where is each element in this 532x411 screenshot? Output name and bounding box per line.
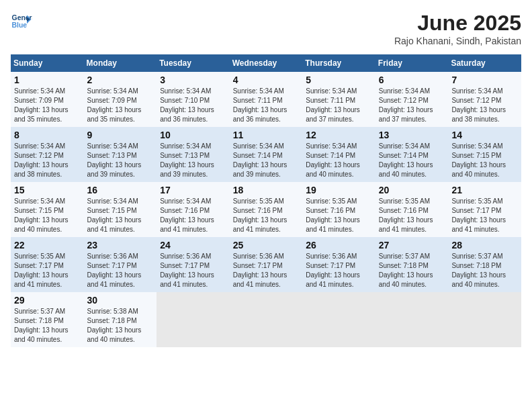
day-number: 6 — [379, 75, 445, 85]
day-info: Sunrise: 5:34 AMSunset: 7:16 PMDaylight:… — [160, 197, 226, 234]
table-row: 18Sunrise: 5:35 AMSunset: 7:16 PMDayligh… — [230, 182, 303, 237]
table-row: 30Sunrise: 5:38 AMSunset: 7:18 PMDayligh… — [84, 292, 157, 347]
logo: General Blue — [11, 11, 32, 32]
calendar-week-row: 29Sunrise: 5:37 AMSunset: 7:18 PMDayligh… — [11, 292, 521, 347]
day-number: 21 — [451, 185, 518, 195]
day-number: 11 — [233, 130, 300, 140]
day-number: 25 — [233, 240, 300, 250]
table-row — [157, 292, 230, 347]
day-number: 4 — [233, 75, 300, 85]
col-monday: Monday — [84, 54, 157, 72]
day-info: Sunrise: 5:35 AMSunset: 7:17 PMDaylight:… — [451, 197, 518, 234]
day-number: 17 — [160, 185, 226, 195]
table-row: 13Sunrise: 5:34 AMSunset: 7:14 PMDayligh… — [375, 127, 449, 182]
day-number: 30 — [87, 295, 154, 306]
day-number: 24 — [160, 240, 226, 250]
table-row: 5Sunrise: 5:34 AMSunset: 7:11 PMDaylight… — [302, 72, 375, 127]
day-info: Sunrise: 5:36 AMSunset: 7:17 PMDaylight:… — [233, 252, 300, 289]
day-info: Sunrise: 5:34 AMSunset: 7:11 PMDaylight:… — [233, 87, 300, 124]
table-row: 21Sunrise: 5:35 AMSunset: 7:17 PMDayligh… — [448, 182, 521, 237]
day-number: 12 — [306, 130, 372, 140]
logo-icon: General Blue — [11, 11, 32, 32]
day-number: 10 — [160, 130, 226, 140]
col-sunday: Sunday — [11, 54, 84, 72]
day-info: Sunrise: 5:34 AMSunset: 7:14 PMDaylight:… — [379, 142, 445, 179]
table-row: 4Sunrise: 5:34 AMSunset: 7:11 PMDaylight… — [230, 72, 303, 127]
location: Rajo Khanani, Sindh, Pakistan — [394, 36, 521, 46]
table-row: 14Sunrise: 5:34 AMSunset: 7:15 PMDayligh… — [448, 127, 521, 182]
day-number: 28 — [451, 240, 518, 250]
svg-text:Blue: Blue — [12, 21, 28, 29]
table-row: 15Sunrise: 5:34 AMSunset: 7:15 PMDayligh… — [11, 182, 84, 237]
table-row: 8Sunrise: 5:34 AMSunset: 7:12 PMDaylight… — [11, 127, 84, 182]
month-title: June 2025 — [394, 11, 521, 36]
day-info: Sunrise: 5:38 AMSunset: 7:18 PMDaylight:… — [87, 307, 154, 345]
day-number: 16 — [87, 185, 154, 195]
table-row — [448, 292, 521, 347]
day-number: 23 — [87, 240, 154, 250]
day-info: Sunrise: 5:34 AMSunset: 7:09 PMDaylight:… — [87, 87, 154, 124]
table-row: 27Sunrise: 5:37 AMSunset: 7:18 PMDayligh… — [375, 237, 449, 292]
table-row: 11Sunrise: 5:34 AMSunset: 7:14 PMDayligh… — [230, 127, 303, 182]
day-number: 13 — [379, 130, 445, 140]
day-info: Sunrise: 5:34 AMSunset: 7:14 PMDaylight:… — [233, 142, 300, 179]
table-row: 24Sunrise: 5:36 AMSunset: 7:17 PMDayligh… — [157, 237, 230, 292]
calendar-table: Sunday Monday Tuesday Wednesday Thursday… — [11, 54, 521, 347]
day-number: 5 — [306, 75, 372, 85]
table-row: 10Sunrise: 5:34 AMSunset: 7:13 PMDayligh… — [157, 127, 230, 182]
table-row: 17Sunrise: 5:34 AMSunset: 7:16 PMDayligh… — [157, 182, 230, 237]
day-info: Sunrise: 5:35 AMSunset: 7:16 PMDaylight:… — [306, 197, 372, 234]
day-number: 2 — [87, 75, 154, 85]
title-block: June 2025 Rajo Khanani, Sindh, Pakistan — [394, 11, 521, 46]
day-number: 3 — [160, 75, 226, 85]
day-number: 29 — [14, 295, 81, 306]
table-row: 29Sunrise: 5:37 AMSunset: 7:18 PMDayligh… — [11, 292, 84, 347]
day-info: Sunrise: 5:34 AMSunset: 7:11 PMDaylight:… — [306, 87, 372, 124]
table-row: 20Sunrise: 5:35 AMSunset: 7:16 PMDayligh… — [375, 182, 449, 237]
day-info: Sunrise: 5:34 AMSunset: 7:10 PMDaylight:… — [160, 87, 226, 124]
col-wednesday: Wednesday — [230, 54, 303, 72]
day-info: Sunrise: 5:34 AMSunset: 7:15 PMDaylight:… — [87, 197, 154, 234]
table-row — [375, 292, 449, 347]
day-number: 19 — [306, 185, 372, 195]
calendar-week-row: 15Sunrise: 5:34 AMSunset: 7:15 PMDayligh… — [11, 182, 521, 237]
table-row: 3Sunrise: 5:34 AMSunset: 7:10 PMDaylight… — [157, 72, 230, 127]
col-friday: Friday — [375, 54, 449, 72]
day-number: 20 — [379, 185, 445, 195]
day-info: Sunrise: 5:34 AMSunset: 7:13 PMDaylight:… — [87, 142, 154, 179]
table-row: 19Sunrise: 5:35 AMSunset: 7:16 PMDayligh… — [302, 182, 375, 237]
day-number: 9 — [87, 130, 154, 140]
day-info: Sunrise: 5:36 AMSunset: 7:17 PMDaylight:… — [160, 252, 226, 289]
day-info: Sunrise: 5:36 AMSunset: 7:17 PMDaylight:… — [87, 252, 154, 289]
day-info: Sunrise: 5:34 AMSunset: 7:09 PMDaylight:… — [14, 87, 81, 124]
day-info: Sunrise: 5:36 AMSunset: 7:17 PMDaylight:… — [306, 252, 372, 289]
day-number: 15 — [14, 185, 81, 195]
day-number: 8 — [14, 130, 81, 140]
table-row: 12Sunrise: 5:34 AMSunset: 7:14 PMDayligh… — [302, 127, 375, 182]
calendar-week-row: 8Sunrise: 5:34 AMSunset: 7:12 PMDaylight… — [11, 127, 521, 182]
day-number: 7 — [451, 75, 518, 85]
table-row: 25Sunrise: 5:36 AMSunset: 7:17 PMDayligh… — [230, 237, 303, 292]
col-thursday: Thursday — [302, 54, 375, 72]
table-row: 7Sunrise: 5:34 AMSunset: 7:12 PMDaylight… — [448, 72, 521, 127]
day-number: 26 — [306, 240, 372, 250]
table-row — [302, 292, 375, 347]
day-info: Sunrise: 5:34 AMSunset: 7:15 PMDaylight:… — [451, 142, 518, 179]
day-info: Sunrise: 5:35 AMSunset: 7:16 PMDaylight:… — [233, 197, 300, 234]
day-info: Sunrise: 5:34 AMSunset: 7:12 PMDaylight:… — [451, 87, 518, 124]
day-info: Sunrise: 5:34 AMSunset: 7:12 PMDaylight:… — [14, 142, 81, 179]
col-saturday: Saturday — [448, 54, 521, 72]
table-row: 6Sunrise: 5:34 AMSunset: 7:12 PMDaylight… — [375, 72, 449, 127]
table-row: 28Sunrise: 5:37 AMSunset: 7:18 PMDayligh… — [448, 237, 521, 292]
day-number: 22 — [14, 240, 81, 250]
day-info: Sunrise: 5:34 AMSunset: 7:14 PMDaylight:… — [306, 142, 372, 179]
calendar-week-row: 1Sunrise: 5:34 AMSunset: 7:09 PMDaylight… — [11, 72, 521, 127]
table-row: 26Sunrise: 5:36 AMSunset: 7:17 PMDayligh… — [302, 237, 375, 292]
col-tuesday: Tuesday — [157, 54, 230, 72]
table-row: 9Sunrise: 5:34 AMSunset: 7:13 PMDaylight… — [84, 127, 157, 182]
calendar-header-row: Sunday Monday Tuesday Wednesday Thursday… — [11, 54, 521, 72]
day-number: 27 — [379, 240, 445, 250]
day-info: Sunrise: 5:37 AMSunset: 7:18 PMDaylight:… — [14, 307, 81, 345]
day-info: Sunrise: 5:35 AMSunset: 7:16 PMDaylight:… — [379, 197, 445, 234]
day-number: 18 — [233, 185, 300, 195]
